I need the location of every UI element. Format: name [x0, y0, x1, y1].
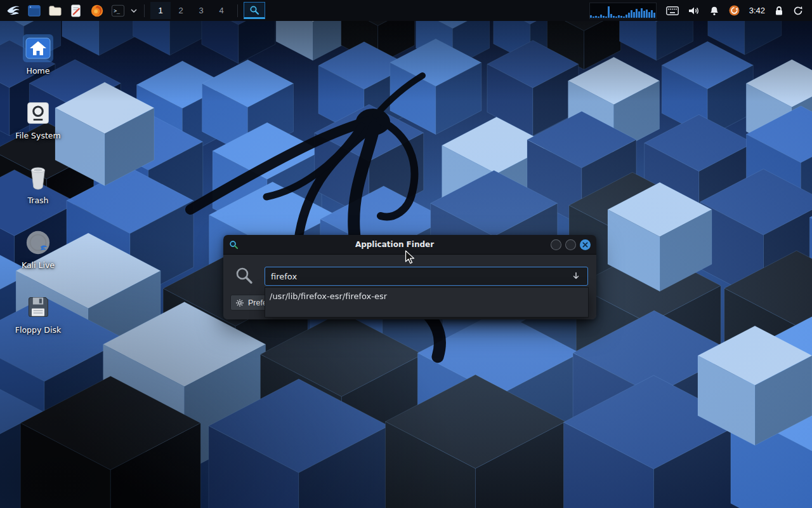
- search-input[interactable]: [265, 267, 588, 286]
- desktop-icon-column: Home File System Trash: [10, 34, 66, 335]
- firefox-launcher[interactable]: [88, 2, 107, 20]
- close-button[interactable]: [580, 239, 591, 250]
- workspace-switcher: 1 2 3 4: [150, 2, 232, 19]
- expand-results-button[interactable]: [571, 271, 581, 281]
- gear-icon: [235, 298, 244, 307]
- desktop-icon-trash[interactable]: Trash: [10, 164, 66, 205]
- desktop-icon-home[interactable]: Home: [10, 34, 66, 76]
- firefox-icon: [90, 4, 104, 18]
- desktop-icon-label: Floppy Disk: [15, 325, 61, 335]
- workspace-4[interactable]: 4: [211, 2, 232, 19]
- panel-separator: [144, 4, 145, 17]
- desktop-icon-label: Kali Live: [22, 260, 55, 270]
- taskbar-application-finder[interactable]: [244, 2, 265, 19]
- kali-logo: [6, 3, 21, 18]
- search-icon: [235, 266, 254, 285]
- desktop-icon-label: Home: [27, 66, 50, 76]
- application-finder-icon: [249, 5, 259, 15]
- session-menu-button[interactable]: [793, 6, 803, 16]
- search-results-popup: /usr/lib/firefox-esr/firefox-esr: [265, 287, 589, 318]
- updates-indicator[interactable]: [729, 5, 740, 16]
- search-result-item[interactable]: /usr/lib/firefox-esr/firefox-esr: [265, 288, 588, 304]
- system-tray: 3:42: [589, 3, 808, 19]
- desktop-icon-file-system[interactable]: File System: [10, 99, 66, 140]
- notifications-button[interactable]: [709, 6, 719, 16]
- volume-control[interactable]: [688, 6, 700, 16]
- floppy-disk-icon: [25, 295, 51, 320]
- folder-icon: [48, 4, 62, 18]
- cpu-graph-widget[interactable]: [589, 3, 657, 19]
- workspace-2[interactable]: 2: [171, 2, 191, 19]
- maximize-button[interactable]: [565, 239, 576, 250]
- text-editor-icon: [69, 4, 83, 18]
- desktop-icon-floppy-disk[interactable]: Floppy Disk: [10, 293, 66, 335]
- window-title: Application Finder: [242, 240, 547, 249]
- folder-launcher[interactable]: [46, 2, 65, 20]
- titlebar[interactable]: Application Finder: [223, 235, 596, 255]
- top-panel: >_ 1 2 3 4: [0, 0, 812, 21]
- trash-icon: [26, 164, 50, 191]
- cpu-graph: [589, 3, 657, 19]
- keyboard-icon: [666, 6, 679, 15]
- kali-live-icon: [25, 229, 51, 256]
- arrow-down-icon: [571, 271, 581, 281]
- workspace-3[interactable]: 3: [191, 2, 211, 19]
- workspace-1[interactable]: 1: [150, 2, 171, 19]
- launcher-dropdown-button[interactable]: [129, 2, 138, 20]
- lock-screen-button[interactable]: [775, 6, 783, 16]
- kali-menu-button[interactable]: [4, 2, 23, 20]
- updates-icon: [729, 5, 740, 16]
- chevron-down-icon: [131, 9, 137, 13]
- panel-separator: [237, 4, 238, 17]
- volume-icon: [688, 6, 700, 16]
- desktop: >_ 1 2 3 4: [0, 0, 812, 508]
- bell-icon: [709, 6, 719, 16]
- desktop-icon-label: Trash: [27, 196, 48, 205]
- home-icon: [25, 37, 51, 59]
- application-finder-icon: [229, 240, 239, 250]
- session-icon: [793, 6, 803, 16]
- lock-icon: [775, 6, 783, 16]
- filesystem-icon: [25, 100, 51, 126]
- terminal-launcher[interactable]: >_: [108, 2, 128, 20]
- file-manager-launcher[interactable]: [25, 2, 44, 20]
- desktop-icon-kali-live[interactable]: Kali Live: [10, 229, 66, 270]
- file-manager-icon: [27, 4, 41, 18]
- close-icon: [582, 242, 588, 248]
- keyboard-indicator[interactable]: [666, 6, 679, 15]
- terminal-icon: >_: [111, 4, 125, 18]
- desktop-icon-label: File System: [15, 131, 61, 140]
- clock-text: 3:42: [749, 6, 765, 15]
- clock[interactable]: 3:42: [749, 6, 765, 15]
- minimize-button[interactable]: [551, 239, 561, 250]
- text-editor-launcher[interactable]: [67, 2, 86, 20]
- terminal-glyph: >_: [114, 7, 120, 13]
